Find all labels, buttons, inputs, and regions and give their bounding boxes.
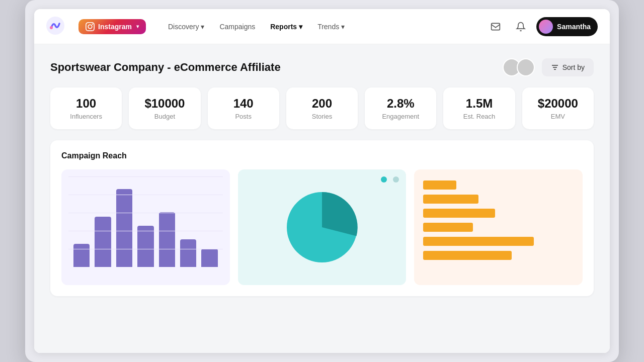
sort-button[interactable]: Sort by [542,58,594,76]
reports-chevron-icon: ▾ [299,23,302,31]
h-bar-item [423,237,574,246]
legend-dot-2 [393,176,399,183]
stat-budget: $10000 Budget [129,87,200,129]
user-menu[interactable]: Samantha [536,17,598,36]
pie-svg [282,187,362,267]
bar-chart-card [61,169,230,285]
header-actions: Sort by [503,58,594,76]
charts-row [61,169,583,285]
h-bar-item [423,195,574,204]
nav-discovery[interactable]: Discovery ▾ [162,19,210,35]
bar [180,239,196,267]
collaborator-avatars [503,58,535,76]
nav-trends[interactable]: Trends ▾ [311,19,351,35]
browser-window: Instagram ▾ Discovery ▾ Campaigns Report… [34,9,610,353]
nav-campaigns[interactable]: Campaigns [213,19,261,35]
nav-right: Samantha [486,17,598,36]
pie-chart [245,176,399,278]
bar-chart [68,176,223,267]
h-bar-chart-card [414,169,583,285]
pie-legend [381,176,399,183]
page-header: Sportswear Company - eCommerce Affiliate… [50,58,594,76]
mail-button[interactable] [486,17,505,36]
svg-point-1 [50,26,53,29]
user-name: Samantha [557,23,591,31]
h-bar-item [423,223,574,232]
h-bar-item [423,209,574,218]
sort-icon [551,63,559,71]
h-bar-fill [423,251,512,260]
h-bar-fill [423,209,495,218]
platform-selector[interactable]: Instagram ▾ [78,19,146,34]
navbar: Instagram ▾ Discovery ▾ Campaigns Report… [34,9,610,44]
svg-rect-2 [492,23,500,30]
stat-est-reach: 1.5M Est. Reach [443,87,515,129]
platform-chevron-icon: ▾ [136,24,139,29]
main-content: Sportswear Company - eCommerce Affiliate… [34,44,610,353]
bar [73,244,90,267]
discovery-chevron-icon: ▾ [201,23,204,31]
bar [116,189,132,267]
h-bar-fill [423,223,473,232]
trends-chevron-icon: ▾ [341,23,345,31]
nav-links: Discovery ▾ Campaigns Reports ▾ Trends ▾ [162,19,476,35]
page-title: Sportswear Company - eCommerce Affiliate [50,61,281,74]
bar [201,249,217,267]
avatar-2 [517,58,535,76]
pie-chart-card [238,169,407,285]
platform-label: Instagram [98,23,132,31]
legend-dot-1 [381,176,387,183]
bar [137,226,153,267]
bar [159,212,175,267]
stat-influencers: 100 Influencers [50,87,122,129]
h-bar-fill [423,180,456,190]
user-avatar [539,20,553,34]
stats-row: 100 Influencers $10000 Budget 140 Posts … [50,87,594,129]
stat-stories: 200 Stories [286,87,358,129]
stat-emv: $20000 EMV [522,87,594,129]
h-bar-item [423,251,574,260]
bar [95,217,111,267]
h-bar-item [423,180,574,190]
h-bar-chart [421,176,576,264]
device-frame: Instagram ▾ Discovery ▾ Campaigns Report… [25,0,619,362]
stat-posts: 140 Posts [208,87,279,129]
h-bar-fill [423,195,478,204]
stat-engagement: 2.8% Engagement [365,87,436,129]
h-bar-fill [423,237,534,246]
reach-section: Campaign Reach [50,140,594,296]
reach-title: Campaign Reach [61,151,583,160]
notification-button[interactable] [511,17,530,36]
nav-reports[interactable]: Reports ▾ [264,19,308,35]
app-logo [46,17,68,37]
